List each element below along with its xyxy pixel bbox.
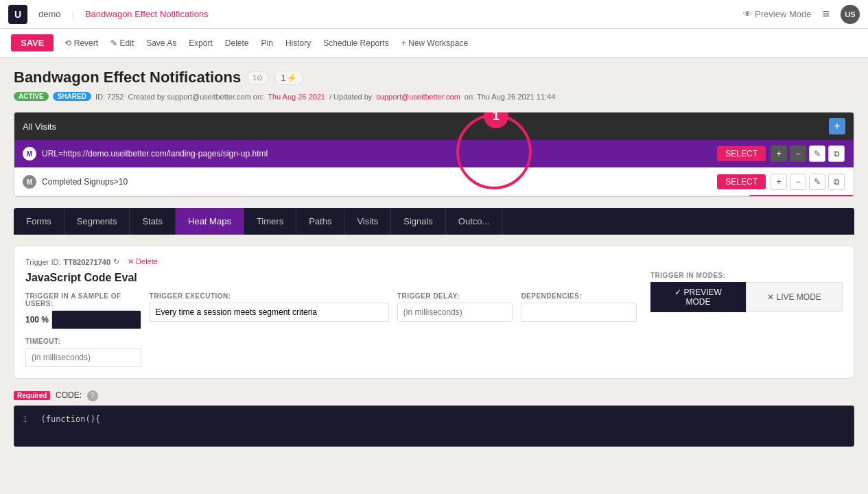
sample-label: TRIGGER IN A SAMPLE OF USERS: <box>25 292 141 307</box>
user-avatar[interactable]: US <box>841 5 860 24</box>
trigger-left: JavaScript Code Eval TRIGGER IN A SAMPLE… <box>25 272 637 367</box>
tab-segments[interactable]: Segments <box>64 208 130 235</box>
tab-paths[interactable]: Paths <box>296 208 344 235</box>
tabs-container: Forms Segments Stats Heat Maps Timers Pa… <box>14 208 854 235</box>
trigger-modes-label: TRIGGER IN MODES: <box>650 272 843 279</box>
add-row-button-2[interactable]: + <box>771 174 787 190</box>
select-button-2[interactable]: SELECT <box>717 174 766 189</box>
tab-visits[interactable]: Visits <box>344 208 391 235</box>
toolbar: SAVE ⟲ Revert ✎ Edit Save As Export Dele… <box>0 29 868 58</box>
tab-signals[interactable]: Signals <box>391 208 446 235</box>
minus-button-2[interactable]: − <box>790 174 806 190</box>
trigger-delete-button[interactable]: ✕ Delete <box>128 257 158 266</box>
required-badge: Required <box>14 391 50 400</box>
tab-heat-maps[interactable]: Heat Maps <box>176 208 244 235</box>
add-row-button-1[interactable]: + <box>771 145 787 162</box>
dependencies-input[interactable] <box>521 303 637 322</box>
edit-row-button-1[interactable]: ✎ <box>809 145 825 162</box>
save-button[interactable]: SAVE <box>11 34 54 51</box>
top-nav: U demo | Bandwagon Effect Notifications … <box>0 0 868 29</box>
trigger-form-row: TRIGGER IN A SAMPLE OF USERS: 100 % TRIG… <box>25 292 637 367</box>
tabs-spacer <box>502 208 854 235</box>
trigger-modes-area: TRIGGER IN MODES: ✓ PREVIEW MODE ✕ LIVE … <box>650 272 843 367</box>
tab-timers[interactable]: Timers <box>244 208 296 235</box>
info-badge-1: 1⊙ <box>253 73 263 82</box>
timeout-label: TIMEOUT: <box>25 338 141 345</box>
export-button[interactable]: Export <box>183 36 218 51</box>
edit-button[interactable]: ✎ Edit <box>105 36 139 51</box>
execution-group: TRIGGER EXECUTION: Every time a session … <box>150 292 389 329</box>
workspace-name[interactable]: demo <box>33 9 67 19</box>
tab-stats[interactable]: Stats <box>130 208 176 235</box>
tab-outcomes[interactable]: Outco... <box>446 208 503 235</box>
created-by-text: Created by support@useitbetter.com on: <box>128 93 264 101</box>
app-logo[interactable]: U <box>8 5 27 24</box>
code-header-row: Required CODE: ? <box>14 390 854 401</box>
lightning-badge: 1⚡ <box>274 71 303 85</box>
select-button-1[interactable]: SELECT <box>717 146 766 161</box>
tab-forms[interactable]: Forms <box>14 208 64 235</box>
updated-by-text: / Updated by <box>329 93 372 101</box>
record-id: ID: 7252 <box>95 93 124 101</box>
percentage-row: 100 % <box>25 310 141 329</box>
pct-value: 100 % <box>25 315 49 325</box>
segment-actions: SELECT + − ✎ ⧉ <box>717 145 845 162</box>
copy-row-button-2[interactable]: ⧉ <box>828 174 845 190</box>
live-mode-button[interactable]: ✕ LIVE MODE <box>746 282 843 312</box>
segment-row-text: URL=https://demo.useitbetter.com/landing… <box>42 149 717 158</box>
eye-icon: 👁 <box>743 9 752 19</box>
trigger-id-value: TT820271740 <box>64 258 111 266</box>
preview-mode-label: 👁 Preview Mode <box>743 9 811 19</box>
code-section: Required CODE: ? 1 (function(){ <box>14 390 854 447</box>
segment-row-text: Completed Signups>10 <box>42 177 717 187</box>
code-help-icon[interactable]: ? <box>87 390 98 401</box>
delay-label: TRIGGER DELAY: <box>397 292 513 300</box>
segment-header-title: All Visits <box>23 121 56 132</box>
code-editor[interactable]: 1 (function(){ <box>14 405 854 447</box>
segment-table: All Visits + M URL=https://demo.useitbet… <box>14 112 854 197</box>
add-segment-button[interactable]: + <box>829 118 845 134</box>
active-badge: ACTIVE <box>14 92 49 101</box>
minus-button-1[interactable]: − <box>790 145 806 162</box>
menu-icon[interactable]: ≡ <box>822 7 830 21</box>
info-badge: 1⊙ <box>246 71 269 84</box>
refresh-icon[interactable]: ↻ <box>113 257 119 266</box>
trigger-modes-row: ✓ PREVIEW MODE ✕ LIVE MODE <box>650 282 843 312</box>
timeout-input[interactable] <box>25 348 141 367</box>
page-tab-title[interactable]: Bandwagon Effect Notifications <box>80 9 214 19</box>
trigger-id-label: Trigger ID: TT820271740 ↻ <box>25 257 119 266</box>
history-button[interactable]: History <box>280 36 316 51</box>
copy-row-button-1[interactable]: ⧉ <box>828 145 845 162</box>
preview-mode-button[interactable]: ✓ PREVIEW MODE <box>650 282 746 312</box>
segment-row: M URL=https://demo.useitbetter.com/landi… <box>14 140 854 168</box>
execution-select[interactable]: Every time a session meets segment crite… <box>150 303 389 322</box>
trigger-title: JavaScript Code Eval <box>25 272 637 284</box>
segment-actions: SELECT + − ✎ ⧉ <box>717 174 845 190</box>
pin-button[interactable]: Pin <box>256 36 279 51</box>
delay-input[interactable] <box>397 303 513 322</box>
main-content: Bandwagon Effect Notifications 1⊙ 1⚡ ACT… <box>0 58 868 458</box>
save-as-button[interactable]: Save As <box>141 36 182 51</box>
trigger-section: Trigger ID: TT820271740 ↻ ✕ Delete JavaS… <box>14 246 854 379</box>
revert-button[interactable]: ⟲ Revert <box>59 36 104 51</box>
code-line-number: 1 <box>23 414 27 424</box>
new-workspace-button[interactable]: + New Workspace <box>396 36 473 51</box>
segment-icon: M <box>23 147 36 161</box>
trigger-main: JavaScript Code Eval TRIGGER IN A SAMPLE… <box>25 272 843 367</box>
delete-button[interactable]: Delete <box>220 36 255 51</box>
dependencies-label: DEPENDENCIES: <box>521 292 637 300</box>
pct-bar <box>51 310 141 329</box>
edit-row-button-2[interactable]: ✎ <box>809 174 825 190</box>
code-label: CODE: <box>56 390 82 400</box>
execution-label: TRIGGER EXECUTION: <box>150 292 389 300</box>
nav-right-area: 👁 Preview Mode ≡ US <box>743 5 860 24</box>
code-content: (function(){ <box>40 414 100 424</box>
updated-email: support@useitbetter.com <box>376 93 460 101</box>
meta-row: ACTIVE SHARED ID: 7252 Created by suppor… <box>14 92 854 101</box>
segment-row: M Completed Signups>10 SELECT + − ✎ ⧉ <box>14 168 854 196</box>
delay-group: TRIGGER DELAY: <box>397 292 513 329</box>
schedule-reports-button[interactable]: Schedule Reports <box>318 36 394 51</box>
execution-select-container: Every time a session meets segment crite… <box>150 303 389 322</box>
timeout-group: TIMEOUT: <box>25 338 141 367</box>
created-date: Thu Aug 26 2021 <box>268 93 325 101</box>
